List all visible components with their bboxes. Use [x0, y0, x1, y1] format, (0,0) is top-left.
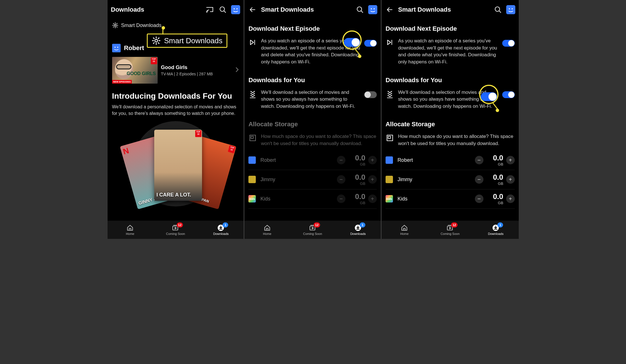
section-download-next: Download Next Episode As you watch an ep… — [382, 18, 519, 69]
storage-value: 0.0 — [355, 154, 365, 162]
profile-square: kids — [248, 195, 256, 202]
nav-label: Downloads — [488, 232, 503, 235]
svg-point-4 — [114, 24, 116, 26]
section-heading: Downloads for You — [248, 76, 377, 84]
top10-badge: TOP 10 — [228, 145, 236, 154]
increase-button[interactable]: + — [506, 156, 515, 164]
increase-button[interactable]: + — [506, 175, 515, 184]
smart-downloads-link[interactable]: Smart Downloads — [108, 19, 244, 31]
svg-point-21 — [509, 8, 510, 9]
increase-button[interactable]: + — [506, 195, 515, 203]
search-icon[interactable] — [493, 5, 503, 15]
toggle-download-next[interactable] — [502, 40, 515, 47]
storage-unit: GB — [360, 181, 365, 186]
poster-card-center: TOP 10 I CARE A LOT. — [154, 130, 202, 201]
increase-button[interactable]: + — [368, 175, 377, 184]
storage-user-name: Kids — [260, 196, 333, 202]
coming-soon-badge: 12 — [314, 222, 320, 228]
nav-coming-soon[interactable]: 12 Coming Soon — [290, 221, 335, 239]
nav-label: Coming Soon — [440, 232, 460, 235]
nav-coming-soon[interactable]: 12 Coming Soon — [427, 221, 473, 239]
search-icon[interactable] — [218, 5, 228, 15]
section-heading: Allocate Storage — [248, 121, 377, 128]
svg-rect-6 — [112, 44, 121, 52]
toggle-downloads-for-you[interactable] — [502, 91, 515, 98]
toggle-downloads-for-you[interactable] — [364, 91, 377, 98]
storage-user-row: kidsKids−0.0GB+ — [386, 189, 515, 209]
gear-icon — [152, 36, 161, 45]
profile-avatar[interactable] — [231, 5, 240, 14]
poster-title: I CARE A LOT. — [156, 192, 191, 198]
storage-user-name: Jimmy — [260, 177, 333, 183]
decrease-button[interactable]: − — [337, 195, 345, 203]
nav-home[interactable]: Home — [382, 221, 427, 239]
annotation-dot — [496, 109, 499, 112]
back-icon[interactable] — [385, 5, 395, 15]
intro-body: We'll download a personalized selection … — [112, 104, 239, 117]
storage-unit: GB — [360, 162, 365, 166]
storage-user-name: Robert — [260, 157, 333, 163]
section-body: How much space do you want to allocate? … — [261, 133, 377, 147]
header: Downloads — [108, 2, 244, 18]
bottom-nav: Home 12 Coming Soon 1 Downloads — [382, 221, 519, 239]
svg-rect-20 — [506, 5, 515, 14]
header: Smart Downloads — [382, 2, 519, 18]
svg-point-3 — [236, 8, 238, 9]
nav-label: Home — [126, 232, 134, 235]
coming-soon-badge: 12 — [177, 222, 183, 228]
increase-button[interactable]: + — [368, 156, 377, 164]
cast-icon[interactable] — [205, 5, 215, 15]
intro-section: Introducing Downloads For You We'll down… — [108, 92, 244, 117]
back-icon[interactable] — [248, 5, 258, 15]
increase-button[interactable]: + — [368, 195, 377, 203]
decrease-button[interactable]: − — [337, 156, 345, 164]
profile-avatar[interactable] — [368, 5, 377, 14]
storage-user-list: Robert−0.0GB+Jimmy−0.0GB+kidsKids−0.0GB+ — [386, 151, 515, 209]
nav-downloads[interactable]: 1 Downloads — [335, 221, 381, 239]
profile-square: kids — [386, 195, 393, 202]
skip-next-icon — [386, 39, 394, 46]
section-body: How much space do you want to allocate? … — [398, 133, 515, 147]
nav-label: Coming Soon — [166, 232, 185, 235]
poster-fan: N GINNY & GEO… TOP 10 …MURAI JAPAN TOP 1… — [114, 121, 237, 206]
decrease-button[interactable]: − — [475, 195, 483, 203]
nav-home[interactable]: Home — [244, 221, 290, 239]
top10-badge: TOP 10 — [195, 130, 201, 137]
storage-user-name: Robert — [398, 157, 471, 163]
netflix-n-icon: N — [122, 146, 130, 156]
profile-avatar[interactable] — [506, 5, 515, 14]
svg-rect-16 — [251, 136, 253, 138]
search-icon[interactable] — [355, 5, 365, 15]
section-heading: Download Next Episode — [248, 25, 377, 32]
decrease-button[interactable]: − — [475, 175, 483, 184]
annotation-dot — [162, 26, 165, 30]
decrease-button[interactable]: − — [337, 175, 345, 184]
storage-icon — [386, 134, 394, 142]
section-downloads-for-you: Downloads for You We'll download a selec… — [244, 69, 381, 113]
annotation-ring — [479, 85, 499, 104]
annotation-callout-label: Smart Downloads — [164, 36, 223, 45]
page-title: Smart Downloads — [398, 6, 490, 13]
coming-soon-badge: 12 — [451, 222, 457, 228]
home-icon — [264, 224, 271, 231]
toggle-download-next[interactable] — [364, 40, 377, 47]
profile-square — [248, 156, 256, 164]
storage-user-list: Robert−0.0GB+Jimmy−0.0GB+kidsKids−0.0GB+ — [248, 151, 377, 209]
annotation-callout: Smart Downloads — [147, 34, 227, 48]
smart-downloads-link-label: Smart Downloads — [121, 22, 162, 28]
nav-downloads[interactable]: 1 Downloads — [198, 221, 244, 239]
download-layers-icon — [386, 90, 394, 99]
three-pane-layout: Downloads Smart Downloads Smart Download… — [108, 0, 519, 239]
nav-downloads[interactable]: 1 Downloads — [473, 221, 519, 239]
download-item[interactable]: GOOD GIRLS TOP 10 NEW EPISODES Good Girl… — [108, 54, 244, 86]
nav-coming-soon[interactable]: 12 Coming Soon — [153, 221, 198, 239]
storage-user-row: Jimmy−0.0GB+ — [248, 170, 377, 189]
download-thumbnail: GOOD GIRLS TOP 10 NEW EPISODES — [112, 57, 158, 84]
storage-value: 0.0 — [493, 154, 503, 162]
download-title: Good Girls — [161, 65, 213, 71]
decrease-button[interactable]: − — [475, 156, 483, 164]
nav-home[interactable]: Home — [108, 221, 153, 239]
nav-label: Coming Soon — [303, 232, 322, 235]
svg-point-14 — [374, 8, 375, 9]
storage-icon — [248, 134, 257, 142]
